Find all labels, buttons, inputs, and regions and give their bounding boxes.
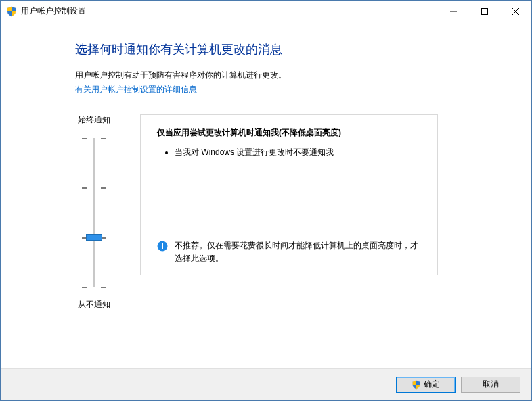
page-heading: 选择何时通知你有关计算机更改的消息: [75, 41, 493, 57]
slider-thumb[interactable]: [86, 234, 102, 241]
ok-button[interactable]: 确定: [396, 377, 456, 393]
help-link[interactable]: 有关用户帐户控制设置的详细信息: [75, 85, 197, 94]
uac-shield-icon: [6, 6, 17, 17]
cancel-button[interactable]: 取消: [461, 377, 520, 393]
svg-rect-1: [482, 8, 488, 14]
shield-icon: [412, 380, 421, 390]
slider-rail: [93, 138, 95, 287]
slider-column: 始终通知 从不通知: [75, 114, 113, 310]
slider-bottom-label: 从不通知: [78, 299, 110, 310]
svg-rect-5: [162, 245, 163, 249]
footer: 确定 取消: [1, 368, 531, 400]
svg-rect-6: [162, 243, 163, 245]
titlebar: 用户帐户控制设置: [1, 1, 531, 22]
slider-area: 始终通知 从不通知 仅当应用尝试更改计算机时通知我(不降低桌面亮度) 当我对 W…: [75, 114, 493, 310]
maximize-button[interactable]: [469, 1, 500, 22]
level-title: 仅当应用尝试更改计算机时通知我(不降低桌面亮度): [157, 127, 421, 139]
page-description: 用户帐户控制有助于预防有害程序对你的计算机进行更改。: [75, 70, 493, 81]
main-content: 选择何时通知你有关计算机更改的消息 用户帐户控制有助于预防有害程序对你的计算机进…: [1, 22, 531, 368]
window-controls: [438, 1, 531, 22]
recommendation-row: 不推荐。仅在需要花费很长时间才能降低计算机上的桌面亮度时，才选择此选项。: [157, 239, 421, 265]
level-bullet: 当我对 Windows 设置进行更改时不要通知我: [175, 147, 421, 158]
window-title: 用户帐户控制设置: [21, 5, 438, 17]
recommendation-text: 不推荐。仅在需要花费很长时间才能降低计算机上的桌面亮度时，才选择此选项。: [175, 239, 421, 265]
ok-label: 确定: [424, 379, 440, 390]
close-button[interactable]: [500, 1, 531, 22]
slider-top-label: 始终通知: [78, 114, 110, 126]
cancel-label: 取消: [483, 379, 499, 390]
info-icon: [157, 241, 168, 252]
uac-slider[interactable]: [75, 138, 113, 287]
level-info-panel: 仅当应用尝试更改计算机时通知我(不降低桌面亮度) 当我对 Windows 设置进…: [140, 114, 438, 275]
minimize-button[interactable]: [438, 1, 469, 22]
